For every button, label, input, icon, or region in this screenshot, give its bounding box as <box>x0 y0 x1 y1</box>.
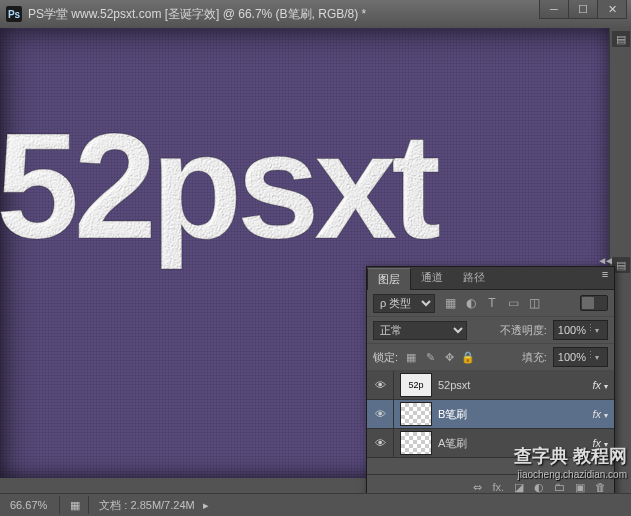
lock-label: 锁定: <box>373 350 398 365</box>
link-layers-icon[interactable]: ⇔ <box>473 481 482 494</box>
layers-panel: ◄◄ ≡ 图层 通道 路径 ρ 类型 ▦ ◐ T ▭ ◫ 正常 不透明度: <box>366 266 615 500</box>
dropdown-arrow-icon[interactable]: ▾ <box>595 353 605 362</box>
layer-style-icon[interactable]: fx. <box>492 481 504 493</box>
window-title: PS学堂 www.52psxt.com [圣诞字效] @ 66.7% (B笔刷,… <box>28 6 366 23</box>
fx-badge[interactable]: fx▾ <box>578 379 614 391</box>
scrub-icon[interactable]: ⋮ <box>586 350 595 364</box>
fill-label: 填充: <box>522 350 547 365</box>
filter-shape-icon[interactable]: ▭ <box>506 296 520 310</box>
lock-transparency-icon[interactable]: ▦ <box>404 351 418 364</box>
tab-channels[interactable]: 通道 <box>411 267 453 289</box>
lock-move-icon[interactable]: ✥ <box>442 351 456 364</box>
panel-collapse-icon[interactable]: ◄◄ <box>597 255 611 266</box>
adjustment-layer-icon[interactable]: ◐ <box>534 481 544 494</box>
blend-mode-select[interactable]: 正常 <box>373 321 467 340</box>
filter-kind-select[interactable]: ρ 类型 <box>373 294 435 313</box>
svg-text:52psxt: 52psxt <box>0 103 440 270</box>
filter-smart-icon[interactable]: ◫ <box>527 296 541 310</box>
layer-thumbnail[interactable]: 52p <box>400 373 432 397</box>
docsize-label[interactable]: 文档 : 2.85M/7.24M <box>91 498 202 513</box>
opacity-field[interactable]: 100% ⋮ ▾ <box>553 320 608 340</box>
layer-thumbnail[interactable] <box>400 431 432 455</box>
fx-badge[interactable]: fx▾ <box>578 408 614 420</box>
dropdown-arrow-icon[interactable]: ▾ <box>595 326 605 335</box>
app-icon: Ps <box>6 6 22 22</box>
lock-all-icon[interactable]: 🔒 <box>461 351 475 364</box>
filter-row: ρ 类型 ▦ ◐ T ▭ ◫ <box>367 290 614 317</box>
tab-layers[interactable]: 图层 <box>367 268 411 290</box>
layer-mask-icon[interactable]: ◪ <box>514 481 524 494</box>
filter-toggle[interactable] <box>580 295 608 311</box>
tab-paths[interactable]: 路径 <box>453 267 495 289</box>
panel-tabs: 图层 通道 路径 <box>367 267 614 290</box>
filter-adjust-icon[interactable]: ◐ <box>464 296 478 310</box>
fill-field[interactable]: 100% ⋮ ▾ <box>553 347 608 367</box>
visibility-toggle-icon[interactable]: 👁 <box>367 400 394 428</box>
collapse-toggle-icon[interactable]: ▤ <box>612 31 630 47</box>
svg-text:52psxt: 52psxt <box>0 103 440 270</box>
zoom-level[interactable]: 66.67% <box>0 499 57 511</box>
lock-brush-icon[interactable]: ✎ <box>423 351 437 364</box>
layer-name[interactable]: B笔刷 <box>438 407 578 422</box>
close-button[interactable]: ✕ <box>597 0 627 19</box>
delete-layer-icon[interactable]: 🗑 <box>595 481 606 493</box>
blend-row: 正常 不透明度: 100% ⋮ ▾ <box>367 317 614 344</box>
opacity-value: 100% <box>558 324 586 336</box>
layer-item[interactable]: 👁 52p 52psxt fx▾ <box>367 371 614 400</box>
layer-item[interactable]: 👁 A笔刷 fx▾ <box>367 429 614 458</box>
new-layer-icon[interactable]: ▣ <box>575 481 585 494</box>
opacity-label: 不透明度: <box>500 323 547 338</box>
scrub-icon[interactable]: ⋮ <box>586 323 595 337</box>
layer-name[interactable]: A笔刷 <box>438 436 578 451</box>
layer-list: 👁 52p 52psxt fx▾ 👁 B笔刷 fx▾ 👁 A笔刷 fx▾ <box>367 371 614 458</box>
minimize-button[interactable]: ─ <box>539 0 568 19</box>
status-icon[interactable]: ▦ <box>64 495 86 515</box>
fill-value: 100% <box>558 351 586 363</box>
layer-thumbnail[interactable] <box>400 402 432 426</box>
maximize-button[interactable]: ☐ <box>568 0 597 19</box>
group-icon[interactable]: 🗀 <box>554 481 565 493</box>
filter-type-icon[interactable]: T <box>485 296 499 310</box>
layer-name[interactable]: 52psxt <box>438 379 578 391</box>
visibility-toggle-icon[interactable]: 👁 <box>367 429 394 457</box>
lock-row: 锁定: ▦ ✎ ✥ 🔒 填充: 100% ⋮ ▾ <box>367 344 614 371</box>
panel-menu-icon[interactable]: ≡ <box>598 269 612 279</box>
layer-item[interactable]: 👁 B笔刷 fx▾ <box>367 400 614 429</box>
fx-badge[interactable]: fx▾ <box>578 437 614 449</box>
title-bar: Ps PS学堂 www.52psxt.com [圣诞字效] @ 66.7% (B… <box>0 0 631 28</box>
visibility-toggle-icon[interactable]: 👁 <box>367 371 394 399</box>
filter-image-icon[interactable]: ▦ <box>443 296 457 310</box>
status-bar: 66.67% ▦ 文档 : 2.85M/7.24M ▸ <box>0 493 631 516</box>
